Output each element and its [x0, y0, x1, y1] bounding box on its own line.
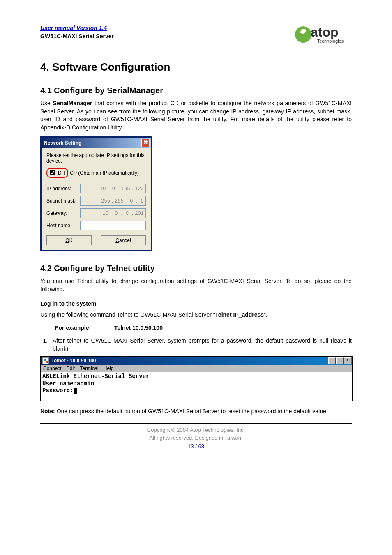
- network-setting-dialog: Network Setting ✖ Please set the appropr…: [40, 136, 152, 251]
- menu-edit[interactable]: Edit: [67, 366, 75, 371]
- login-heading: Log in to the system: [40, 300, 352, 307]
- dhcp-row: DH CP (Obtain an IP automatically): [46, 168, 146, 178]
- telnet-icon: [42, 357, 49, 364]
- section-42-title: 4.2 Configure by Telnet utility: [40, 264, 352, 273]
- telnet-window: Telnet - 10.0.50.100 _ □ × Connect Edit …: [40, 356, 353, 401]
- step-1: After telnet to GW51C-MAXI Serial Server…: [49, 337, 352, 353]
- telnet-titlebar: Telnet - 10.0.50.100 _ □ ×: [41, 357, 352, 365]
- subnet-mask-input: [80, 196, 146, 206]
- dhcp-label-prefix: DH: [58, 170, 65, 176]
- page-header: User manual Version 1.4 GW51C-MAXI Seria…: [40, 25, 352, 48]
- menu-terminal[interactable]: Terminal: [80, 366, 98, 371]
- brand-logo: atop Technologies: [294, 25, 352, 45]
- example-label: For example: [55, 325, 113, 331]
- section-41-title: 4.1 Configure by SerialManager: [40, 86, 352, 95]
- text-bold: Telnet IP_address: [215, 311, 264, 318]
- dhcp-highlight: DH: [46, 168, 68, 178]
- subnet-mask-label: Subnet mask:: [46, 198, 80, 204]
- telnet-title-text: Telnet - 10.0.50.100: [51, 358, 96, 364]
- dhcp-checkbox[interactable]: [50, 170, 55, 175]
- text: ”.: [264, 311, 267, 318]
- note-paragraph: Note: One can press the default button o…: [40, 408, 352, 416]
- section-41-paragraph: Use SerialManager that comes with the pr…: [40, 99, 352, 131]
- page-number: 13 / 68: [40, 443, 352, 449]
- page-footer: Copyright © 2004 Atop Technologies, Inc.…: [40, 423, 352, 449]
- section-42-paragraph: You can use Telnet utility to change con…: [40, 277, 352, 293]
- gateway-label: Gateway:: [46, 210, 80, 216]
- logo-sub: Technologies: [317, 39, 344, 44]
- menu-connect[interactable]: Connect: [43, 366, 62, 371]
- logo-text: atop: [311, 25, 339, 40]
- terminal-line: Password:: [42, 387, 74, 394]
- note-text: One can press the default button of GW51…: [55, 408, 328, 415]
- version-link[interactable]: User manual Version 1.4: [40, 25, 114, 31]
- cursor-icon: [74, 388, 77, 394]
- footer-copyright: Copyright © 2004 Atop Technologies, Inc.: [40, 427, 352, 433]
- host-name-label: Host name:: [46, 223, 80, 228]
- terminal-line: ABLELink Ethernet-Serial Server: [42, 373, 149, 380]
- chapter-title: 4. Software Configuration: [40, 61, 352, 74]
- gateway-input: [80, 208, 146, 218]
- telnet-output: ABLELink Ethernet-Serial Server User nam…: [41, 372, 352, 401]
- ok-button[interactable]: OK: [46, 235, 92, 245]
- login-paragraph: Using the following command Telnet to GW…: [40, 311, 352, 319]
- terminal-line: User name:admin: [42, 380, 94, 387]
- menu-help[interactable]: Help: [104, 366, 114, 371]
- dialog-title: Network Setting: [44, 140, 81, 146]
- text: Use: [40, 100, 53, 106]
- text-bold: SerialManager: [53, 100, 92, 106]
- example-row: For example Telnet 10.0.50.100: [55, 325, 352, 331]
- text: Using the following command Telnet to GW…: [40, 311, 215, 318]
- note-label: Note:: [40, 408, 55, 415]
- close-icon[interactable]: ×: [344, 357, 351, 364]
- minimize-icon[interactable]: _: [328, 357, 336, 364]
- dialog-instruction: Please set the appropriate IP settings f…: [46, 152, 146, 164]
- steps-list: After telnet to GW51C-MAXI Serial Server…: [40, 337, 352, 353]
- close-icon[interactable]: ✖: [141, 139, 150, 147]
- leaf-icon: [295, 26, 311, 43]
- ip-address-input: [80, 184, 146, 193]
- example-value: Telnet 10.0.50.100: [114, 325, 163, 331]
- dialog-titlebar: Network Setting ✖: [42, 138, 151, 148]
- product-name: GW51C-MAXI Serial Server: [40, 33, 114, 39]
- host-name-input[interactable]: [80, 221, 146, 230]
- cancel-button[interactable]: Cancel: [101, 235, 146, 245]
- telnet-menubar: Connect Edit Terminal Help: [41, 365, 352, 372]
- ip-address-label: IP address:: [46, 186, 80, 191]
- maximize-icon: □: [336, 357, 344, 364]
- dhcp-label-suffix: CP (Obtain an IP automatically): [70, 170, 139, 176]
- footer-rights: All rights reserved. Designed in Taiwan.: [40, 435, 352, 441]
